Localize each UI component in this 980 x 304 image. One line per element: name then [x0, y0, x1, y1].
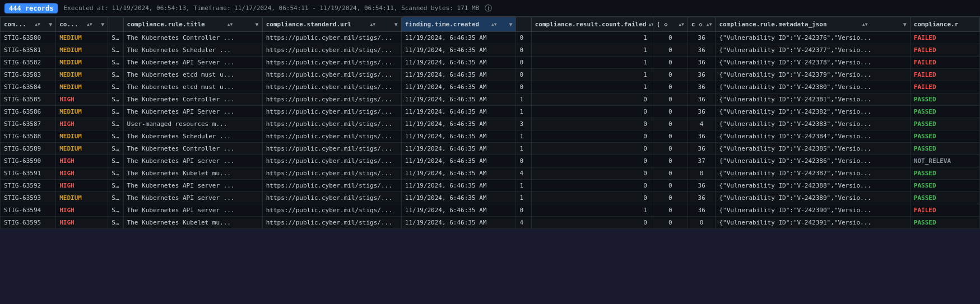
- cell-severity: MEDIUM: [56, 57, 108, 69]
- sort-standard-url[interactable]: ▲▼: [370, 22, 376, 27]
- col-header-standard-url[interactable]: compliance.standard.url ▲▼ ▼: [262, 17, 401, 32]
- col-header-metadata[interactable]: compliance.rule.metadata_json ▲▼ ▼: [716, 17, 910, 32]
- cell-rule-title: The Kubernetes etcd must u...: [123, 69, 262, 81]
- cell-standard-url: https://public.cyber.mil/stigs/...: [262, 106, 401, 118]
- cell-standard-url: https://public.cyber.mil/stigs/...: [262, 180, 401, 192]
- table-row[interactable]: STIG-63593 MEDIUM S... The Kubernetes AP…: [1, 192, 980, 204]
- table-row[interactable]: STIG-63595 HIGH S... The Kubernetes Kube…: [1, 217, 980, 229]
- cell-rule-title: The Kubernetes API server ...: [123, 155, 262, 167]
- sort-c1[interactable]: ▲▼: [679, 22, 684, 27]
- cell-count-failed: 0: [531, 118, 653, 130]
- col-header-filter2[interactable]: [516, 17, 531, 32]
- filter-time-icon[interactable]: ▼: [509, 21, 512, 27]
- cell-rule-title: The Kubernetes Kubelet mu...: [123, 167, 262, 180]
- col-c1-label: ( ◇: [657, 21, 668, 28]
- cell-result: FAILED: [910, 204, 979, 217]
- cell-id: STIG-63580: [1, 32, 56, 44]
- cell-c2: 36: [688, 93, 716, 106]
- table-row[interactable]: STIG-63594 HIGH S... The Kubernetes API …: [1, 204, 980, 217]
- filter-rule-title-icon[interactable]: ▼: [256, 21, 259, 27]
- col-failed-label: compliance.result.count.failed: [535, 21, 647, 28]
- cell-metadata: {"Vulnerability ID":"V-242376","Versio..…: [716, 32, 910, 44]
- table-row[interactable]: STIG-63586 MEDIUM S... The Kubernetes AP…: [1, 106, 980, 118]
- col-header-severity[interactable]: co... ▲▼ ▼: [56, 17, 108, 32]
- col-header-time[interactable]: finding.time.created ▲▼ ▼: [401, 17, 516, 32]
- cell-failed-short: 1: [516, 106, 531, 118]
- sort-id[interactable]: ▲▼: [35, 22, 40, 27]
- cell-count-failed: 0: [531, 180, 653, 192]
- table-row[interactable]: STIG-63588 MEDIUM S... The Kubernetes Sc…: [1, 130, 980, 143]
- cell-c1: 0: [653, 155, 688, 167]
- cell-metadata: {"Vulnerability ID":"V-242391","Versio..…: [716, 217, 910, 229]
- cell-id: STIG-63595: [1, 217, 56, 229]
- col-header-c1[interactable]: ( ◇ ▲▼: [653, 17, 688, 32]
- cell-count-failed: 1: [531, 57, 653, 69]
- table-row[interactable]: STIG-63583 MEDIUM S... The Kubernetes et…: [1, 69, 980, 81]
- table-row[interactable]: STIG-63580 MEDIUM S... The Kubernetes Co…: [1, 32, 980, 44]
- col-header-result[interactable]: compliance.r: [910, 17, 979, 32]
- col-header-c2[interactable]: c ◇ ▲▼: [688, 17, 716, 32]
- cell-standard-url: https://public.cyber.mil/stigs/...: [262, 93, 401, 106]
- table-row[interactable]: STIG-63585 HIGH S... The Kubernetes Cont…: [1, 93, 980, 106]
- cell-count-failed: 1: [531, 32, 653, 44]
- sort-severity[interactable]: ▲▼: [87, 22, 92, 27]
- info-icon[interactable]: ⓘ: [485, 3, 492, 13]
- cell-s: S...: [108, 57, 123, 69]
- cell-rule-title: The Kubernetes Controller ...: [123, 143, 262, 155]
- table-row[interactable]: STIG-63581 MEDIUM S... The Kubernetes Sc…: [1, 44, 980, 57]
- cell-standard-url: https://public.cyber.mil/stigs/...: [262, 155, 401, 167]
- cell-severity: HIGH: [56, 217, 108, 229]
- cell-id: STIG-63586: [1, 106, 56, 118]
- cell-severity: HIGH: [56, 167, 108, 180]
- cell-c1: 0: [653, 106, 688, 118]
- cell-c1: 0: [653, 167, 688, 180]
- table-row[interactable]: STIG-63584 MEDIUM S... The Kubernetes et…: [1, 81, 980, 93]
- cell-time: 11/19/2024, 6:46:35 AM: [401, 167, 516, 180]
- table-row[interactable]: STIG-63582 MEDIUM S... The Kubernetes AP…: [1, 57, 980, 69]
- filter-id-icon[interactable]: ▼: [49, 21, 52, 27]
- col-header-rule-title[interactable]: compliance.rule.title ▲▼ ▼: [123, 17, 262, 32]
- data-table: com... ▲▼ ▼ co... ▲▼ ▼: [0, 17, 980, 229]
- cell-count-failed: 0: [531, 192, 653, 204]
- exec-info: Executed at: 11/19/2024, 06:54:13, Timef…: [63, 4, 479, 12]
- cell-c2: 36: [688, 130, 716, 143]
- cell-s: S...: [108, 44, 123, 57]
- filter-metadata-icon[interactable]: ▼: [903, 21, 907, 27]
- cell-s: S...: [108, 32, 123, 44]
- cell-c2: 36: [688, 106, 716, 118]
- cell-count-failed: 0: [531, 217, 653, 229]
- cell-rule-title: The Kubernetes Scheduler ...: [123, 44, 262, 57]
- table-row[interactable]: STIG-63589 MEDIUM S... The Kubernetes Co…: [1, 143, 980, 155]
- sort-rule-title[interactable]: ▲▼: [227, 22, 233, 27]
- filter-standard-url-icon[interactable]: ▼: [394, 21, 398, 27]
- cell-s: S...: [108, 93, 123, 106]
- sort-time[interactable]: ▲▼: [491, 22, 497, 27]
- cell-c2: 37: [688, 155, 716, 167]
- col-header-failed[interactable]: compliance.result.count.failed ▲▼ ▼: [531, 17, 653, 32]
- cell-metadata: {"Vulnerability ID":"V-242385","Versio..…: [716, 143, 910, 155]
- table-row[interactable]: STIG-63592 HIGH S... The Kubernetes API …: [1, 180, 980, 192]
- cell-id: STIG-63587: [1, 118, 56, 130]
- cell-result: PASSED: [910, 217, 979, 229]
- cell-id: STIG-63593: [1, 192, 56, 204]
- table-row[interactable]: STIG-63587 HIGH S... User-managed resour…: [1, 118, 980, 130]
- cell-time: 11/19/2024, 6:46:35 AM: [401, 44, 516, 57]
- cell-failed-short: 4: [516, 167, 531, 180]
- cell-c1: 0: [653, 93, 688, 106]
- col-header-arrow[interactable]: [108, 17, 123, 32]
- cell-id: STIG-63582: [1, 57, 56, 69]
- sort-failed[interactable]: ▲▼: [648, 22, 653, 27]
- sort-c2[interactable]: ▲▼: [707, 22, 712, 27]
- table-row[interactable]: STIG-63591 HIGH S... The Kubernetes Kube…: [1, 167, 980, 180]
- cell-metadata: {"Vulnerability ID":"V-242383","Versio..…: [716, 118, 910, 130]
- cell-result: PASSED: [910, 106, 979, 118]
- sort-metadata[interactable]: ▲▼: [862, 22, 868, 27]
- filter-severity-icon[interactable]: ▼: [101, 21, 104, 27]
- cell-metadata: {"Vulnerability ID":"V-242377","Versio..…: [716, 44, 910, 57]
- cell-id: STIG-63588: [1, 130, 56, 143]
- cell-standard-url: https://public.cyber.mil/stigs/...: [262, 217, 401, 229]
- table-row[interactable]: STIG-63590 HIGH S... The Kubernetes API …: [1, 155, 980, 167]
- col-header-id[interactable]: com... ▲▼ ▼: [1, 17, 56, 32]
- cell-result: PASSED: [910, 130, 979, 143]
- col-rule-title-label: compliance.rule.title: [127, 21, 205, 28]
